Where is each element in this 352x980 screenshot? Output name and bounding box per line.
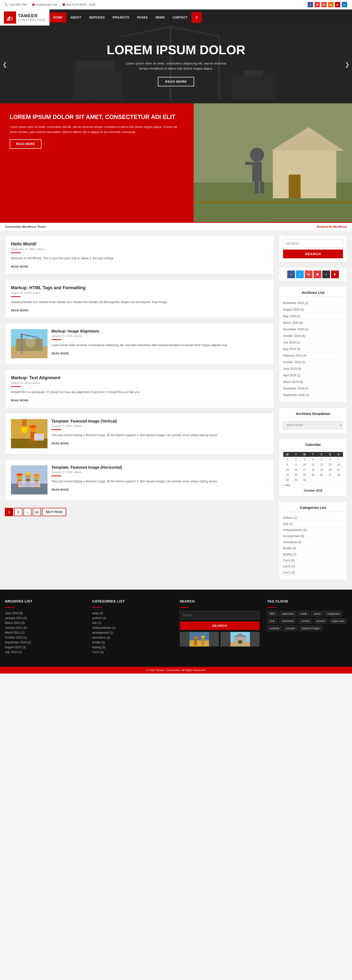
rss-social-btn[interactable]: ◉ (314, 270, 321, 278)
list-item[interactable]: October 2010 (1) (5, 635, 85, 640)
list-item[interactable]: September 2010 (2) (5, 640, 85, 645)
list-item[interactable]: April 2019 (1) (283, 372, 343, 379)
nav-services[interactable]: SERVICES (85, 13, 109, 22)
read-more-link[interactable]: READ MORE (11, 309, 29, 312)
page-2-button[interactable]: 2 (14, 508, 22, 516)
tag-embeds[interactable]: embeds (267, 625, 282, 631)
list-item[interactable]: May 2019 (3) (283, 346, 343, 352)
tag-dowork[interactable]: dowork (314, 618, 328, 624)
list-item[interactable]: Arrangement (6) (283, 533, 343, 539)
top-social-links[interactable]: f ✚ G+ ◉ ▶ in (303, 0, 352, 9)
archives-dropdown-select[interactable]: Select Month November 2020 (2) August 20… (283, 421, 343, 429)
nav-contact[interactable]: CONTACT (169, 13, 192, 22)
list-item[interactable]: August 2010 (3) (5, 645, 85, 650)
hero-next-arrow[interactable]: ❯ (345, 61, 350, 68)
page-12-button[interactable]: 12 (33, 508, 41, 516)
tag-categories[interactable]: categories (325, 611, 342, 617)
nav-projects[interactable]: PROJECTS (109, 13, 133, 22)
nav-about[interactable]: ABOUT (67, 13, 85, 22)
tag-aside[interactable]: aside (298, 611, 310, 617)
list-item[interactable]: antiquarianism (1) (92, 625, 173, 630)
tag-comments[interactable]: comments (279, 618, 297, 624)
sidebar-search-button[interactable]: SEARCH (283, 250, 343, 258)
list-item[interactable]: Cat C (2) (283, 570, 343, 576)
list-item[interactable]: Antiquarianism (5) (283, 527, 343, 533)
hero-prev-arrow[interactable]: ❮ (2, 61, 7, 68)
list-item[interactable]: Cat A (1) (92, 650, 173, 655)
list-item[interactable]: July 2010 (1) (5, 650, 85, 655)
list-item[interactable]: December 2019 (2) (283, 326, 343, 333)
read-more-link[interactable]: READ MORE (11, 399, 29, 402)
list-item[interactable]: June 2019 (5) (5, 611, 85, 616)
list-item[interactable]: Broder (4) (283, 545, 343, 551)
tag-8bit[interactable]: 8BIT (267, 611, 278, 617)
list-item[interactable]: Cat A (3) (283, 557, 343, 563)
footer-search-input[interactable] (180, 611, 260, 619)
calendar-prev-link[interactable]: « Sep (283, 484, 290, 487)
facebook-top-link[interactable]: f (308, 2, 313, 7)
list-item[interactable]: March 2019 (3) (283, 379, 343, 385)
site-logo[interactable]: TAMEER CONSTRUCTION (0, 10, 50, 25)
list-item[interactable]: Cat B (4) (283, 563, 343, 570)
tumblr-social-btn[interactable]: t (322, 270, 330, 278)
list-item[interactable]: February 2019 (4) (283, 352, 343, 359)
list-item[interactable]: July 2019 (1) (283, 339, 343, 346)
nav-home[interactable]: HOME (50, 13, 67, 22)
page-1-button[interactable]: 1 (5, 508, 13, 516)
list-item[interactable]: March 2020 (6) (283, 320, 343, 326)
list-item[interactable]: August 2020 (3) (283, 307, 343, 313)
svg-rect-24 (260, 182, 264, 194)
tag-alignment[interactable]: alignment (279, 611, 296, 617)
list-item[interactable]: October 2019 (2) (283, 359, 343, 366)
tag-excerpt[interactable]: excerpt (283, 625, 298, 631)
list-item[interactable]: Sub (1) (283, 521, 343, 527)
list-item[interactable]: January 2012 (6) (5, 625, 85, 630)
read-more-link[interactable]: READ MORE (51, 442, 69, 445)
list-item[interactable]: March 2012 (5) (5, 620, 85, 625)
list-item[interactable]: September 2018 (2) (283, 392, 343, 398)
tag-content[interactable]: content (298, 618, 312, 624)
list-item[interactable]: November 2020 (2) (283, 300, 343, 307)
list-item[interactable]: January 2013 (5) (5, 616, 85, 620)
list-item[interactable]: sub (1) (92, 620, 173, 625)
hero-read-more-button[interactable]: READ MORE (158, 77, 194, 86)
youtube-top-link[interactable]: ▶ (335, 2, 340, 7)
read-more-link[interactable]: READ MORE (11, 265, 29, 268)
list-item[interactable]: October 2019 (4) (283, 333, 343, 339)
sidebar-search-input[interactable] (283, 240, 343, 248)
nav-search-button[interactable]: ⚲ (192, 12, 202, 23)
list-item[interactable]: June 2019 (4) (283, 366, 343, 372)
gplus-top-link[interactable]: G+ (321, 2, 326, 7)
list-item[interactable]: buying (3) (92, 645, 173, 650)
nav-pages[interactable]: PAGES (133, 13, 152, 22)
nav-news[interactable]: NEWS (152, 13, 169, 22)
list-item[interactable]: asmodeus (1) (92, 635, 173, 640)
rss-top-link[interactable]: ◉ (328, 2, 333, 7)
tag-audio[interactable]: audio (311, 611, 323, 617)
twitter-top-link[interactable]: ✚ (315, 2, 320, 7)
read-more-link[interactable]: READ MORE (51, 352, 69, 355)
next-page-button[interactable]: Next Page (42, 508, 66, 516)
read-more-link[interactable]: READ MORE (51, 488, 69, 491)
featured-read-more-button[interactable]: READ MORE (10, 139, 42, 149)
page-ellipsis[interactable]: ... (23, 508, 32, 516)
list-item[interactable]: border (2) (92, 640, 173, 645)
list-item[interactable]: arrangement (1) (92, 630, 173, 635)
tag-featured-image[interactable]: featured image (299, 625, 322, 631)
twitter-social-btn[interactable]: t (296, 270, 304, 278)
footer-search-button[interactable]: SEARCH (180, 622, 260, 630)
list-item[interactable]: Aciform (1) (283, 515, 343, 521)
youtube-social-btn[interactable]: ▶ (331, 270, 339, 278)
tag-chat[interactable]: chat (267, 618, 277, 624)
linkedin-top-link[interactable]: in (342, 2, 347, 7)
list-item[interactable]: aaaa (4) (92, 611, 173, 616)
list-item[interactable]: aciform (1) (92, 616, 173, 620)
list-item[interactable]: March 2011 (1) (5, 630, 85, 635)
list-item[interactable]: Asmodeus (2) (283, 539, 343, 545)
list-item[interactable]: Buying (1) (283, 551, 343, 557)
gplus-social-btn[interactable]: G+ (305, 270, 312, 278)
facebook-social-btn[interactable]: f (287, 270, 295, 278)
tag-edge-case[interactable]: edge case (329, 618, 347, 624)
list-item[interactable]: December 2018 (4) (283, 385, 343, 392)
list-item[interactable]: May 2020 (5) (283, 313, 343, 320)
